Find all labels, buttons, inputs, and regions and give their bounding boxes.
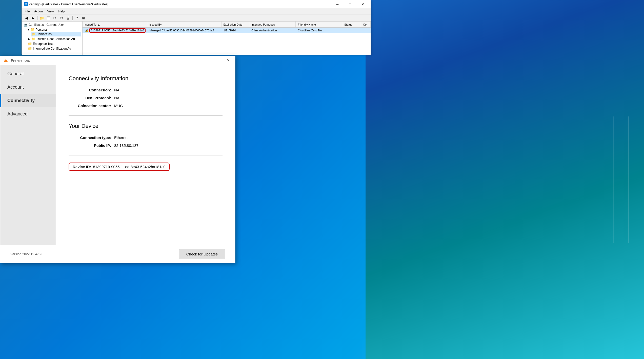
preferences-dialog: Preferences × General Account Connectivi… — [0, 56, 235, 263]
tree-certificates-label: Certificates — [36, 32, 52, 36]
pref-nav-connectivity-label: Connectivity — [7, 98, 35, 103]
your-device-section: Your Device Connection type: Ethernet Pu… — [69, 123, 223, 148]
menu-help[interactable]: Help — [56, 9, 67, 14]
toolbar-help-button[interactable]: ? — [74, 15, 80, 21]
tree-folder-icon-intermediate: 📁 — [28, 47, 32, 50]
connectivity-info-section: Connectivity Information Connection: NA … — [69, 75, 223, 108]
connection-type-value: Ethernet — [114, 135, 129, 140]
tree-root-label: Certificates - Current User — [29, 23, 64, 27]
cert-expiration-cell: 1/11/2024 — [222, 28, 250, 33]
pref-nav-general[interactable]: General — [0, 67, 56, 81]
tree-item-trusted-root[interactable]: ▶ 📁 Trusted Root Certification Au — [27, 36, 81, 41]
cert-issued-to-highlighted: 81399719-9055-11ed-8e43-524a2ba181c0 — [89, 28, 146, 33]
tree-expand-icon-trusted: ▶ — [28, 37, 30, 41]
pref-nav-advanced-label: Advanced — [7, 111, 28, 116]
col-ce[interactable]: Ce — [361, 22, 371, 27]
certmgr-titlebar-left: C certmgr - [Certificates - Current User… — [24, 2, 108, 6]
toolbar-separator-1 — [37, 16, 37, 20]
device-id-value: 81399719-9055-11ed-8e43-524a2ba181c0 — [93, 165, 166, 169]
col-status[interactable]: Status — [342, 22, 361, 27]
toolbar-list-button[interactable]: ☰ — [45, 15, 51, 21]
certmgr-menubar: File Action View Help — [22, 8, 371, 14]
tree-trusted-root-label: Trusted Root Certification Au — [36, 37, 75, 41]
col-expiration[interactable]: Expiration Date — [222, 22, 250, 27]
pref-close-button[interactable]: × — [225, 57, 232, 64]
menu-action[interactable]: Action — [32, 9, 45, 14]
toolbar-forward-button[interactable]: ▶ — [30, 15, 36, 21]
toolbar-back-button[interactable]: ◀ — [23, 15, 29, 21]
toolbar-refresh-button[interactable]: ↻ — [58, 15, 65, 21]
colocation-label: Colocation center: — [69, 104, 114, 108]
connection-label: Connection: — [69, 88, 114, 92]
toolbar-print-button[interactable]: 🖨 — [65, 15, 71, 21]
cert-row-icon: 🔏 — [85, 29, 88, 32]
pref-nav-account[interactable]: Account — [0, 81, 56, 94]
desktop-right-panel — [366, 0, 644, 359]
connection-type-label: Connection type: — [69, 135, 114, 140]
certmgr-close-button[interactable]: ✕ — [357, 1, 369, 8]
toolbar-console-button[interactable]: ⊞ — [80, 15, 87, 21]
certmgr-list-header: Issued To ▲ Issued By Expiration Date In… — [83, 22, 371, 28]
pref-nav-connectivity[interactable]: Connectivity — [0, 94, 56, 107]
certmgr-title: certmgr - [Certificates - Current User\P… — [29, 3, 108, 6]
dns-protocol-row: DNS Protocol: NA — [69, 96, 223, 100]
colocation-value: MUC — [114, 104, 123, 108]
pref-titlebar: Preferences × — [0, 56, 235, 65]
certmgr-maximize-button[interactable]: □ — [344, 1, 356, 8]
connection-row: Connection: NA — [69, 88, 223, 92]
connection-value: NA — [114, 88, 119, 92]
tree-item-intermediate[interactable]: 📁 Intermediate Certification Au — [27, 46, 81, 51]
certmgr-minimize-button[interactable]: ─ — [332, 1, 343, 8]
tree-intermediate-label: Intermediate Certification Au — [33, 47, 71, 50]
pref-sidebar: General Account Connectivity Advanced — [0, 65, 56, 245]
menu-file[interactable]: File — [23, 9, 32, 14]
tree-item-root[interactable]: 💻 Certificates - Current User — [23, 23, 81, 27]
col-friendly[interactable]: Friendly Name — [296, 22, 342, 27]
col-expiration-label: Expiration Date — [224, 23, 243, 26]
col-issued-by[interactable]: Issued By — [147, 22, 221, 27]
cert-issued-by-cell: Managed CA ae57f03931324f08591d660e7c370… — [147, 28, 222, 33]
cert-friendly-cell: Cloudflare Zero Tru... — [296, 28, 342, 33]
section-divider-2 — [69, 155, 223, 155]
tree-folder-icon-trusted: 📁 — [31, 37, 35, 41]
tree-folder-icon-certs: 📁 — [32, 33, 35, 36]
col-ce-label: Ce — [363, 23, 367, 26]
col-purposes-label: Intended Purposes — [251, 23, 275, 26]
connection-type-row: Connection type: Ethernet — [69, 135, 223, 140]
tree-personal-label: Personal — [35, 28, 47, 31]
certmgr-tree: 💻 Certificates - Current User ▾ 📁 Person… — [22, 22, 83, 55]
section-divider-1 — [69, 115, 223, 116]
cert-issued-to-cell: 🔏 81399719-9055-11ed-8e43-524a2ba181c0 — [83, 28, 147, 33]
pref-nav-advanced[interactable]: Advanced — [0, 107, 56, 121]
check-updates-button[interactable]: Check for Updates — [179, 249, 225, 259]
certmgr-window: C certmgr - [Certificates - Current User… — [22, 0, 371, 54]
dns-protocol-label: DNS Protocol: — [69, 96, 114, 100]
cert-purposes-value: Client Authentication — [251, 29, 277, 32]
pref-titlebar-left: Preferences — [3, 58, 30, 63]
public-ip-label: Public IP: — [69, 143, 114, 148]
cloudflare-logo-icon — [3, 58, 9, 63]
cert-list-row[interactable]: 🔏 81399719-9055-11ed-8e43-524a2ba181c0 M… — [83, 28, 371, 33]
device-id-row: Device ID: 81399719-9055-11ed-8e43-524a2… — [69, 163, 223, 171]
toolbar-folder-button[interactable]: 📁 — [39, 15, 45, 21]
certmgr-titlebar: C certmgr - [Certificates - Current User… — [22, 0, 371, 8]
tree-expand-icon-personal: ▾ — [28, 28, 29, 31]
certmgr-body: 💻 Certificates - Current User ▾ 📁 Person… — [22, 22, 371, 55]
toolbar-cut-button[interactable]: ✂ — [52, 15, 58, 21]
version-text: Version 2022.12.476.0 — [10, 252, 43, 256]
menu-view[interactable]: View — [45, 9, 56, 14]
tree-enterprise-label: Enterprise Trust — [33, 42, 54, 46]
pref-footer: Version 2022.12.476.0 Check for Updates — [0, 245, 235, 263]
tree-computer-icon: 💻 — [24, 23, 28, 27]
col-issued-to[interactable]: Issued To ▲ — [83, 22, 147, 27]
public-ip-row: Public IP: 82.135.80.187 — [69, 143, 223, 148]
decorative-line-2 — [613, 116, 614, 243]
tree-item-certificates[interactable]: 📁 Certificates — [31, 32, 81, 36]
col-issued-to-label: Issued To — [85, 23, 96, 26]
tree-item-personal[interactable]: ▾ 📁 Personal — [27, 27, 81, 32]
certmgr-toolbar: ◀ ▶ 📁 ☰ ✂ ↻ 🖨 ? ⊞ — [22, 14, 371, 22]
device-id-box: Device ID: 81399719-9055-11ed-8e43-524a2… — [69, 163, 170, 171]
cert-ce-cell — [361, 28, 371, 33]
col-purposes[interactable]: Intended Purposes — [249, 22, 296, 27]
tree-item-enterprise[interactable]: 📁 Enterprise Trust — [27, 41, 81, 46]
